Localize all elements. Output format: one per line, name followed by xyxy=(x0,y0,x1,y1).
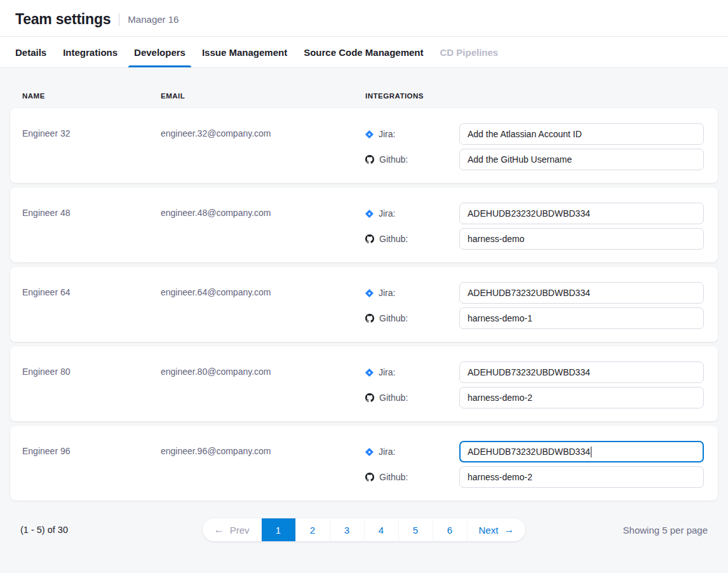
table-row: Engineer 48 engineer.48@company.com Jira… xyxy=(10,187,718,262)
prev-label: Prev xyxy=(230,525,250,536)
github-input[interactable]: harness-demo-2 xyxy=(459,466,704,488)
github-label: Github: xyxy=(365,154,459,165)
developer-email: engineer.80@company.com xyxy=(161,361,365,421)
column-header-integrations: INTEGRATIONS xyxy=(365,92,703,100)
prev-page-button[interactable]: ← Prev xyxy=(203,518,261,541)
page-subtitle: Manager 16 xyxy=(128,14,179,25)
github-label: Github: xyxy=(365,393,459,403)
jira-label: Jira: xyxy=(365,288,459,298)
github-icon xyxy=(365,155,374,164)
tab-source-code-management[interactable]: Source Code Management xyxy=(304,37,423,67)
jira-label: Jira: xyxy=(365,447,459,457)
integrations-cell: Jira: ADEHUDB73232UBDWBD334 Github: harn… xyxy=(365,361,704,421)
jira-label: Jira: xyxy=(365,208,459,219)
developer-email: engineer.32@company.com xyxy=(161,123,365,183)
jira-input[interactable]: ADEHUDB73232UBDWBD334 xyxy=(459,441,704,462)
page-button-1[interactable]: 1 xyxy=(261,518,295,541)
github-input[interactable]: harness-demo xyxy=(459,228,704,250)
developer-name: Engineer 64 xyxy=(22,282,161,342)
tab-integrations[interactable]: Integrations xyxy=(63,37,118,67)
developer-email: engineer.48@company.com xyxy=(161,203,365,262)
column-header-name: NAME xyxy=(22,92,161,100)
github-icon xyxy=(365,393,374,402)
github-input[interactable]: harness-demo-2 xyxy=(459,387,704,408)
pagination-bar: (1 - 5) of 30 ← Prev 1 2 3 4 5 6 Next → … xyxy=(20,518,708,541)
prev-arrow-icon: ← xyxy=(214,525,224,535)
tab-issue-management[interactable]: Issue Management xyxy=(202,37,287,67)
jira-icon xyxy=(365,130,374,138)
table-row: Engineer 32 engineer.32@company.com Jira… xyxy=(10,108,718,183)
tab-developers[interactable]: Developers xyxy=(134,37,185,67)
pager: ← Prev 1 2 3 4 5 6 Next → xyxy=(203,518,526,541)
developer-name: Engineer 80 xyxy=(22,361,161,421)
github-input[interactable]: harness-demo-1 xyxy=(459,307,704,329)
page-button-5[interactable]: 5 xyxy=(398,518,433,541)
jira-label: Jira: xyxy=(365,367,459,377)
github-icon xyxy=(365,314,374,323)
developer-email: engineer.64@company.com xyxy=(161,282,365,342)
table-row: Engineer 64 engineer.64@company.com Jira… xyxy=(10,267,718,342)
jira-icon xyxy=(365,289,374,297)
jira-icon xyxy=(365,210,374,218)
next-arrow-icon: → xyxy=(504,525,514,535)
developer-name: Engineer 96 xyxy=(22,441,161,501)
page-button-6[interactable]: 6 xyxy=(433,518,467,541)
integrations-cell: Jira: ADEHUDB73232UBDWBD334 Github: harn… xyxy=(365,441,704,501)
jira-input[interactable]: ADEHUDB23232UBDWBD334 xyxy=(459,203,704,224)
integrations-cell: Jira: ADEHUDB23232UBDWBD334 Github: harn… xyxy=(365,203,704,262)
github-input[interactable]: Add the GitHub Username xyxy=(459,149,704,170)
github-icon xyxy=(365,234,374,243)
jira-input[interactable]: ADEHUDB73232UBDWBD334 xyxy=(459,361,704,383)
jira-icon xyxy=(365,368,374,377)
per-page-label: Showing 5 per page xyxy=(525,525,708,536)
developers-panel: NAME EMAIL INTEGRATIONS Engineer 32 engi… xyxy=(0,68,728,541)
developer-name: Engineer 32 xyxy=(22,123,161,183)
jira-label: Jira: xyxy=(365,129,459,139)
integrations-cell: Jira: Add the Atlassian Account ID Githu… xyxy=(365,123,704,183)
developer-name: Engineer 48 xyxy=(22,203,161,262)
github-label: Github: xyxy=(365,313,459,323)
jira-input[interactable]: Add the Atlassian Account ID xyxy=(459,123,704,145)
next-label: Next xyxy=(479,525,499,536)
table-row: Engineer 80 engineer.80@company.com Jira… xyxy=(10,346,718,421)
developer-email: engineer.96@company.com xyxy=(161,441,365,501)
github-icon xyxy=(365,473,374,482)
next-page-button[interactable]: Next → xyxy=(467,518,526,541)
table-header-row: NAME EMAIL INTEGRATIONS xyxy=(10,92,718,108)
tab-cd-pipelines: CD Pipelines xyxy=(440,37,499,67)
github-label: Github: xyxy=(365,472,459,482)
jira-input[interactable]: ADEHUDB73232UBDWBD334 xyxy=(459,282,704,304)
page-button-4[interactable]: 4 xyxy=(364,518,398,541)
github-label: Github: xyxy=(365,234,459,244)
jira-icon xyxy=(365,448,374,456)
text-caret xyxy=(591,447,592,457)
column-header-email: EMAIL xyxy=(161,92,365,100)
page-range-label: (1 - 5) of 30 xyxy=(20,525,203,535)
page-button-2[interactable]: 2 xyxy=(295,518,330,541)
developer-rows: Engineer 32 engineer.32@company.com Jira… xyxy=(10,108,718,501)
integrations-cell: Jira: ADEHUDB73232UBDWBD334 Github: harn… xyxy=(365,282,704,342)
page-button-3[interactable]: 3 xyxy=(330,518,364,541)
tab-details[interactable]: Details xyxy=(15,37,46,67)
tab-bar: Details Integrations Developers Issue Ma… xyxy=(0,36,728,68)
title-divider xyxy=(119,13,119,26)
page-title: Team settings xyxy=(15,11,111,28)
table-row: Engineer 96 engineer.96@company.com Jira… xyxy=(10,426,718,501)
page-header: Team settings Manager 16 xyxy=(0,0,728,36)
